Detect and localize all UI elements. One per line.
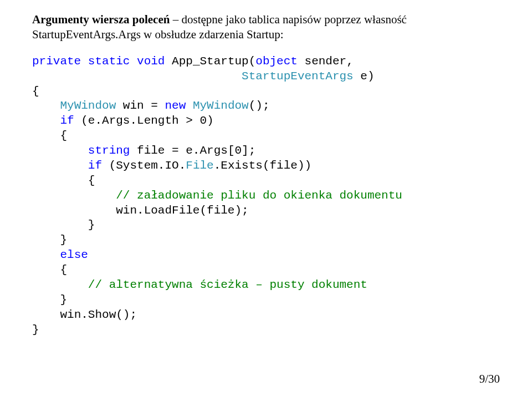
page-number: 9/30 bbox=[479, 372, 500, 386]
method-sig-2: sender, bbox=[298, 55, 354, 68]
kw-void: void bbox=[137, 55, 165, 68]
type-mywindow-2: MyWindow bbox=[193, 99, 249, 112]
brace-close-4: } bbox=[60, 293, 67, 306]
ctor-call: (); bbox=[249, 99, 270, 112]
if1-cond: (e.Args.Length > 0) bbox=[74, 114, 214, 127]
file-decl: file = e.Args[0]; bbox=[130, 144, 255, 157]
kw-if-1: if bbox=[60, 114, 74, 127]
type-file: File bbox=[186, 159, 213, 172]
code-block: private static void App_Startup(object s… bbox=[32, 54, 500, 338]
if2-cond-2: .Exists(file)) bbox=[214, 159, 311, 172]
kw-new: new bbox=[165, 99, 186, 112]
stmt-loadfile: win.LoadFile(file); bbox=[116, 204, 248, 217]
kw-else: else bbox=[60, 248, 88, 261]
brace-close-2: } bbox=[60, 233, 67, 246]
intro-paragraph: Argumenty wiersza poleceń – dostępne jak… bbox=[32, 12, 500, 42]
type-mywindow-1: MyWindow bbox=[60, 99, 116, 112]
kw-static: static bbox=[88, 55, 130, 68]
comment-1: // załadowanie pliku do okienka dokument… bbox=[116, 189, 402, 202]
kw-string: string bbox=[88, 144, 130, 157]
brace-open-3: { bbox=[88, 174, 95, 187]
intro-text-2: StartupEventArgs.Args w obsłudze zdarzen… bbox=[32, 28, 284, 41]
comment-2: // alternatywna ścieżka – pusty dokument bbox=[88, 278, 367, 291]
kw-private: private bbox=[32, 55, 81, 68]
space-ctor bbox=[186, 99, 193, 112]
decl-win: win = bbox=[116, 99, 165, 112]
intro-bold: Argumenty wiersza poleceń bbox=[32, 13, 170, 26]
kw-if-2: if bbox=[88, 159, 102, 172]
brace-close-3: } bbox=[88, 219, 95, 231]
brace-open-2: { bbox=[60, 129, 67, 142]
brace-close-1: } bbox=[32, 323, 39, 336]
param-e: e) bbox=[354, 70, 375, 83]
brace-open-4: { bbox=[60, 263, 67, 276]
brace-open-1: { bbox=[32, 85, 39, 98]
if2-cond-1: (System.IO. bbox=[102, 159, 186, 172]
intro-text-1: – dostępne jako tablica napisów poprzez … bbox=[170, 13, 406, 26]
method-sig-1: App_Startup( bbox=[165, 55, 255, 68]
kw-object: object bbox=[255, 55, 298, 68]
stmt-show: win.Show(); bbox=[60, 308, 137, 321]
type-startupeventargs: StartupEventArgs bbox=[242, 70, 354, 83]
